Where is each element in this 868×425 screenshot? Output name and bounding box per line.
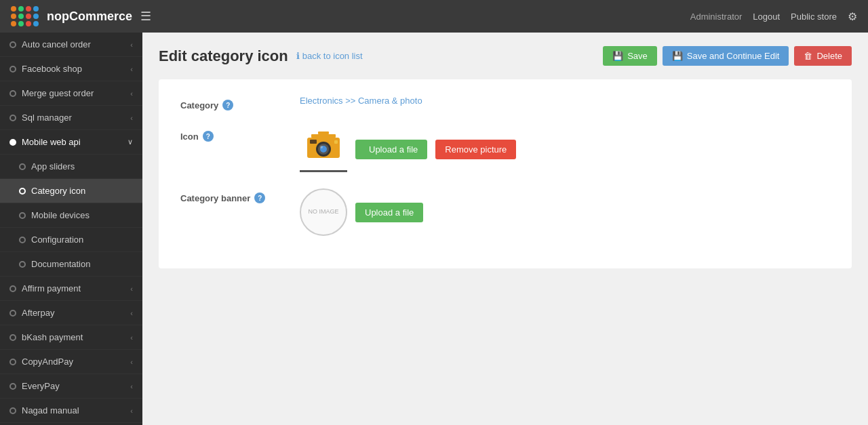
save-continue-button[interactable]: 💾 Save and Continue Edit	[663, 46, 789, 66]
logo-dot-8	[33, 14, 39, 19]
sidebar-item-app-sliders[interactable]: App sliders	[0, 155, 142, 179]
upload-banner-button[interactable]: Upload a file	[355, 203, 423, 222]
svg-rect-8	[334, 140, 338, 144]
remove-picture-label: Remove picture	[445, 144, 507, 155]
icon-label-text: Icon	[180, 131, 199, 142]
main-area: Edit category icon ℹ back to icon list 💾…	[142, 33, 868, 425]
sidebar-dot	[19, 261, 26, 268]
sidebar-item-label: Mobile devices	[31, 210, 90, 220]
sidebar-dot	[9, 334, 16, 341]
settings-icon[interactable]: ⚙	[848, 10, 857, 23]
save-icon: 💾	[612, 51, 623, 61]
icon-underline	[300, 170, 347, 172]
chevron-icon: ‹	[130, 407, 133, 415]
sidebar-item-label: Facebook shop	[22, 64, 82, 74]
sidebar-dot	[19, 163, 26, 170]
category-link[interactable]: Electronics >> Camera & photo	[300, 96, 422, 106]
logo-dot-11	[26, 21, 31, 26]
chevron-icon: ‹	[130, 65, 133, 73]
sidebar-dot	[9, 310, 16, 317]
sidebar-item-label: Merge guest order	[22, 88, 94, 98]
category-help-icon[interactable]: ?	[222, 100, 233, 110]
category-label: Category ?	[180, 96, 289, 110]
logo-dot-7	[26, 14, 31, 19]
back-to-icon-list-link[interactable]: ℹ back to icon list	[296, 51, 363, 61]
sidebar-item-sql-manager[interactable]: Sql manager ‹	[0, 106, 142, 130]
category-banner-row: Category banner ? NO IMAGE Upload a file	[180, 188, 830, 236]
sidebar-item-facebook-shop[interactable]: Facebook shop ‹	[0, 57, 142, 81]
logo-dot-10	[18, 21, 24, 26]
delete-button[interactable]: 🗑 Delete	[794, 46, 852, 66]
sidebar-item-auto-cancel-order[interactable]: Auto cancel order ‹	[0, 33, 142, 57]
sidebar-dot	[9, 90, 16, 97]
chevron-icon: ‹	[130, 333, 133, 342]
sidebar: Auto cancel order ‹ Facebook shop ‹ Merg…	[0, 33, 142, 425]
chevron-icon: ‹	[130, 382, 133, 390]
logo-dot-2	[18, 6, 24, 12]
logo-dot-5	[11, 14, 16, 19]
category-banner-label-text: Category banner	[180, 193, 250, 203]
sidebar-item-label: EveryPay	[22, 381, 60, 391]
sidebar-dot	[19, 188, 26, 195]
no-image-placeholder: NO IMAGE	[300, 188, 347, 236]
category-label-text: Category	[180, 100, 218, 110]
banner-value: NO IMAGE Upload a file	[300, 188, 423, 236]
hamburger-menu-button[interactable]: ☰	[140, 9, 151, 24]
chevron-icon: ‹	[130, 89, 133, 98]
icon-help-icon[interactable]: ?	[203, 131, 214, 142]
logo-dots	[11, 6, 39, 26]
camera-icon	[304, 131, 342, 163]
logo-dot-4	[33, 6, 39, 12]
logout-button[interactable]: Logout	[753, 12, 780, 22]
sidebar-dot	[9, 115, 16, 121]
sidebar-item-copyandpay[interactable]: CopyAndPay ‹	[0, 350, 142, 374]
sidebar-item-nagad-manual[interactable]: Nagad manual ‹	[0, 399, 142, 423]
sidebar-dot	[9, 41, 16, 48]
sidebar-item-bkash-payment[interactable]: bKash payment ‹	[0, 325, 142, 350]
category-value: Electronics >> Camera & photo	[300, 96, 422, 106]
sidebar-item-label: CopyAndPay	[22, 357, 73, 367]
sidebar-item-label: App sliders	[31, 161, 75, 171]
main-content: Edit category icon ℹ back to icon list 💾…	[142, 33, 868, 425]
category-banner-label: Category banner ?	[180, 188, 289, 203]
svg-rect-3	[310, 140, 317, 144]
back-link-text: back to icon list	[302, 51, 363, 61]
sidebar-item-label: Configuration	[31, 235, 83, 245]
remove-picture-button[interactable]: Remove picture	[435, 140, 516, 159]
content-card: Category ? Electronics >> Camera & photo…	[159, 79, 852, 268]
svg-point-7	[320, 146, 323, 148]
chevron-down-icon: ∨	[127, 138, 133, 146]
upload-banner-label: Upload a file	[365, 207, 414, 218]
sidebar-item-configuration[interactable]: Configuration	[0, 228, 142, 252]
sidebar-item-mobile-web-api[interactable]: Mobile web api ∨	[0, 130, 142, 155]
sidebar-item-label: Affirm payment	[22, 283, 81, 294]
page-title: Edit category icon	[159, 47, 288, 65]
save-continue-label: Save and Continue Edit	[687, 51, 780, 61]
sidebar-item-label: Category icon	[31, 186, 85, 196]
sidebar-item-category-icon[interactable]: Category icon	[0, 179, 142, 203]
banner-help-icon[interactable]: ?	[254, 193, 265, 203]
upload-file-button[interactable]: Upload a file	[355, 140, 427, 159]
sidebar-item-everypay[interactable]: EveryPay ‹	[0, 374, 142, 399]
sidebar-item-documentation[interactable]: Documentation	[0, 252, 142, 277]
admin-label: Administrator	[690, 12, 743, 22]
page-header-left: Edit category icon ℹ back to icon list	[159, 47, 363, 65]
sidebar-item-afterpay[interactable]: Afterpay ‹	[0, 301, 142, 325]
sidebar-dot	[9, 66, 16, 73]
public-store-link[interactable]: Public store	[791, 12, 837, 22]
sidebar-item-affirm-payment[interactable]: Affirm payment ‹	[0, 277, 142, 301]
top-navigation: nopCommerce ☰ Administrator Logout Publi…	[0, 0, 868, 33]
sidebar-dot	[9, 359, 16, 365]
chevron-icon: ‹	[130, 114, 133, 122]
logo-dot-3	[26, 6, 31, 12]
logo-dot-9	[11, 21, 16, 26]
svg-rect-0	[318, 131, 329, 134]
icon-value: Upload a file Remove picture	[300, 127, 516, 172]
sidebar-dot	[9, 383, 16, 390]
sidebar-dot	[9, 285, 16, 292]
save-button[interactable]: 💾 Save	[603, 46, 657, 66]
sidebar-item-label: Nagad manual	[22, 405, 79, 416]
info-icon: ℹ	[296, 51, 300, 61]
sidebar-item-mobile-devices[interactable]: Mobile devices	[0, 203, 142, 228]
sidebar-item-merge-guest-order[interactable]: Merge guest order ‹	[0, 81, 142, 106]
